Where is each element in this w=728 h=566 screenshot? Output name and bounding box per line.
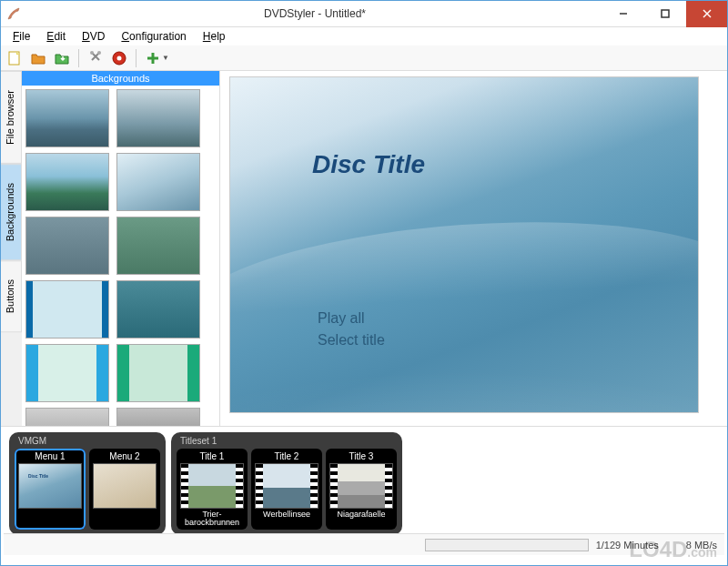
background-thumb[interactable] [25, 89, 109, 147]
timeline-item-caption: Niagarafaelle [337, 510, 385, 527]
timeline-item-thumb [329, 463, 393, 509]
toolbar-separator-2 [136, 49, 136, 67]
burn-button[interactable] [108, 47, 130, 69]
settings-button[interactable] [85, 47, 106, 69]
timeline-menu-item[interactable]: Menu 1 Disc Title [15, 449, 86, 530]
titlebar: DVDStyler - Untitled* [0, 0, 728, 27]
background-thumb[interactable] [116, 89, 200, 147]
timeline-title-item[interactable]: Title 2 Werbellinsee [251, 449, 322, 530]
app-icon [0, 0, 27, 27]
add-button[interactable] [142, 47, 164, 69]
main-area: File browser Backgrounds Buttons Backgro… [0, 71, 728, 426]
timeline-item-title: Menu 2 [109, 451, 139, 461]
close-button[interactable] [686, 0, 728, 27]
background-thumb[interactable] [116, 408, 200, 426]
background-thumb[interactable] [25, 153, 109, 211]
minimize-button[interactable] [602, 0, 644, 27]
timeline-item-caption: Werbellinsee [263, 510, 310, 527]
preview-disc-title[interactable]: Disc Title [312, 150, 425, 179]
new-button[interactable] [4, 47, 25, 69]
background-thumb[interactable] [25, 344, 109, 402]
background-thumb[interactable] [116, 344, 200, 402]
timeline-group-label: VMGM [15, 436, 160, 449]
background-thumb[interactable] [25, 408, 109, 426]
timeline-item-title: Menu 1 [35, 451, 65, 461]
menu-help[interactable]: Help [196, 28, 233, 45]
timeline[interactable]: VMGM Menu 1 Disc Title Menu 2 Titleset 1… [0, 426, 728, 533]
svg-point-6 [97, 51, 101, 55]
save-button[interactable] [51, 47, 73, 69]
status-progress [425, 539, 589, 551]
svg-point-8 [117, 56, 122, 60]
menubar: File Edit DVD Configuration Help [0, 27, 728, 45]
svg-rect-1 [662, 10, 669, 17]
background-thumb[interactable] [116, 280, 200, 339]
menu-configuration[interactable]: Configuration [114, 28, 193, 45]
timeline-item-thumb [180, 463, 244, 509]
background-thumb[interactable] [116, 217, 200, 275]
timeline-group-titleset-1: Titleset 1 Title 1 Trier-barockbrunnen T… [171, 432, 402, 535]
panel-header: Backgrounds [22, 71, 219, 86]
open-button[interactable] [27, 47, 49, 69]
timeline-item-thumb: Disc Title [18, 463, 82, 509]
watermark: LO4D.com [629, 537, 717, 562]
statusbar: 1/129 Minutes 8 MB/s [4, 533, 724, 555]
side-tab-file-browser[interactable]: File browser [0, 71, 22, 164]
timeline-group-label: Titleset 1 [177, 436, 397, 449]
timeline-item-title: Title 3 [349, 451, 374, 461]
backgrounds-grid[interactable] [22, 86, 219, 426]
side-tabs: File browser Backgrounds Buttons [0, 71, 22, 426]
preview-select-title[interactable]: Select title [318, 332, 385, 349]
menu-dvd[interactable]: DVD [75, 28, 112, 45]
timeline-item-thumb [255, 463, 318, 509]
window-controls [602, 0, 728, 27]
preview-area: Disc Title Play all Select title [220, 71, 728, 426]
backgrounds-panel: Backgrounds [22, 71, 220, 426]
side-tab-backgrounds[interactable]: Backgrounds [0, 164, 22, 260]
preview-play-all[interactable]: Play all [318, 310, 365, 327]
background-thumb[interactable] [25, 217, 109, 275]
timeline-title-item[interactable]: Title 1 Trier-barockbrunnen [177, 449, 248, 530]
side-tab-buttons[interactable]: Buttons [0, 260, 22, 332]
timeline-item-title: Title 1 [200, 451, 225, 461]
menu-edit[interactable]: Edit [39, 28, 73, 45]
menu-file[interactable]: File [5, 28, 37, 45]
timeline-title-item[interactable]: Title 3 Niagarafaelle [326, 449, 397, 530]
background-thumb[interactable] [116, 153, 200, 211]
background-thumb[interactable] [25, 280, 109, 339]
toolbar-separator [78, 49, 79, 67]
toolbar: ▼ [0, 45, 728, 71]
timeline-item-thumb [93, 463, 157, 509]
menu-preview[interactable]: Disc Title Play all Select title [229, 76, 699, 413]
maximize-button[interactable] [644, 0, 686, 27]
timeline-group-vmgm: VMGM Menu 1 Disc Title Menu 2 [9, 432, 166, 535]
svg-point-5 [90, 51, 94, 55]
timeline-item-title: Title 2 [275, 451, 299, 461]
window-title: DVDStyler - Untitled* [27, 7, 602, 20]
add-dropdown-arrow[interactable]: ▼ [162, 54, 169, 62]
timeline-menu-item[interactable]: Menu 2 [89, 449, 160, 530]
timeline-item-caption: Trier-barockbrunnen [180, 510, 244, 527]
